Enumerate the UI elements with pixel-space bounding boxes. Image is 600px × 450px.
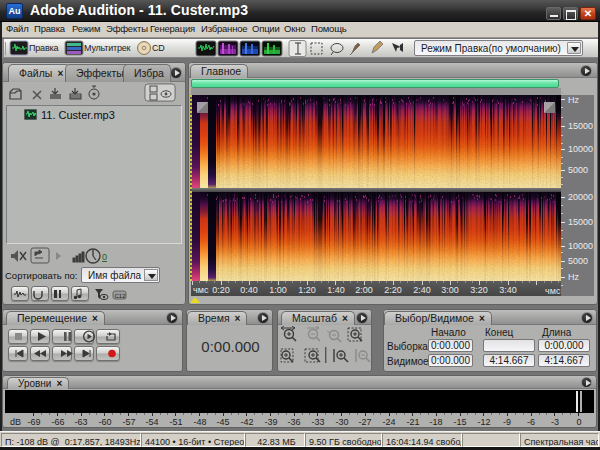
svg-text:-63: -63 [74,417,87,427]
svg-text:-21: -21 [406,417,419,427]
svg-text:-27: -27 [358,417,371,427]
svg-text:0: 0 [102,252,107,262]
svg-text:-42: -42 [240,417,253,427]
svg-text:-54: -54 [145,417,158,427]
svg-text:-33: -33 [311,417,324,427]
svg-text:-48: -48 [193,417,206,427]
svg-text:-51: -51 [169,417,182,427]
svg-text:-66: -66 [51,417,64,427]
svg-text:C12: C12 [115,293,127,299]
svg-text:-57: -57 [122,417,135,427]
svg-text:-9: -9 [503,417,511,427]
svg-text:-36: -36 [287,417,300,427]
svg-text:-24: -24 [382,417,395,427]
svg-text:dB: dB [10,417,21,427]
svg-text:-6: -6 [527,417,535,427]
svg-text:-18: -18 [429,417,442,427]
svg-text:-60: -60 [98,417,111,427]
svg-text:-12: -12 [477,417,490,427]
svg-text:-15: -15 [453,417,466,427]
svg-text:-45: -45 [216,417,229,427]
svg-text:-39: -39 [264,417,277,427]
svg-text:0: 0 [576,417,581,427]
svg-text:-3: -3 [551,417,559,427]
svg-text:-69: -69 [27,417,40,427]
svg-text:-30: -30 [335,417,348,427]
